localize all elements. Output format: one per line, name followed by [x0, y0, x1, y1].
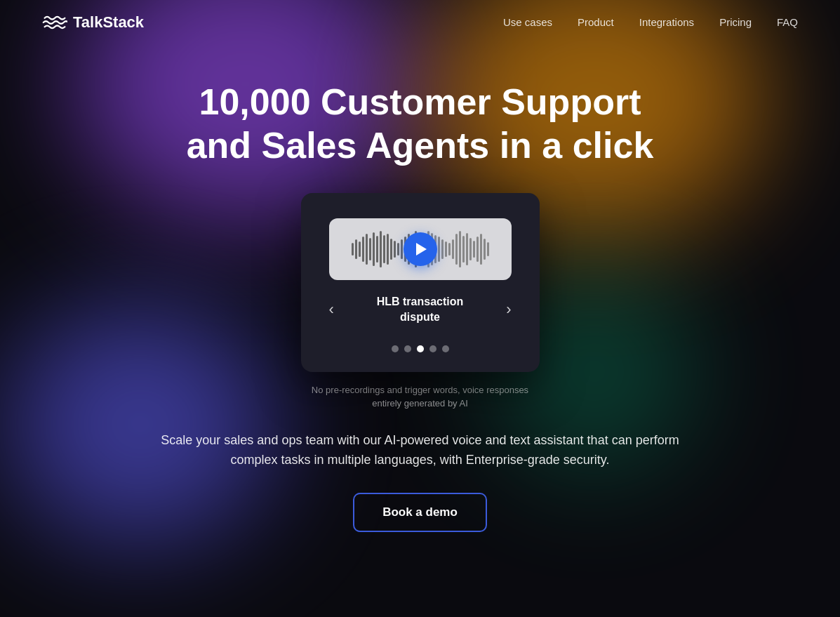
logo-link[interactable]: TalkStack [42, 13, 144, 32]
card-label: HLB transaction dispute [377, 294, 464, 326]
nav-pricing[interactable]: Pricing [719, 16, 752, 28]
card-nav: ‹ HLB transaction dispute › [329, 294, 512, 326]
carousel-dot-4[interactable] [442, 345, 449, 352]
carousel-dot-1[interactable] [404, 345, 411, 352]
audio-card: ‹ HLB transaction dispute › [301, 193, 540, 372]
carousel-dot-2[interactable] [417, 345, 424, 352]
carousel-dots [392, 345, 449, 352]
nav-faq[interactable]: FAQ [777, 16, 798, 28]
hero-title: 10,000 Customer Supportand Sales Agents … [187, 80, 654, 168]
nav-integrations[interactable]: Integrations [639, 16, 694, 28]
logo-icon [42, 13, 67, 32]
carousel-dot-3[interactable] [429, 345, 436, 352]
nav-links: Use cases Product Integrations Pricing F… [503, 16, 798, 29]
nav-use-cases[interactable]: Use cases [503, 16, 552, 28]
audio-caption: No pre-recordings and trigger words, voi… [308, 383, 533, 411]
waveform-container [329, 218, 512, 280]
nav-product[interactable]: Product [578, 16, 614, 28]
next-arrow[interactable]: › [506, 300, 511, 319]
brand-name: TalkStack [73, 13, 144, 32]
sub-headline: Scale your sales and ops team with our A… [154, 430, 687, 471]
navbar: TalkStack Use cases Product Integrations… [0, 0, 840, 45]
prev-arrow[interactable]: ‹ [329, 300, 334, 319]
play-button[interactable] [404, 232, 437, 266]
cta-button[interactable]: Book a demo [353, 493, 487, 532]
hero-section: 10,000 Customer Supportand Sales Agents … [0, 45, 840, 532]
carousel-dot-0[interactable] [392, 345, 399, 352]
